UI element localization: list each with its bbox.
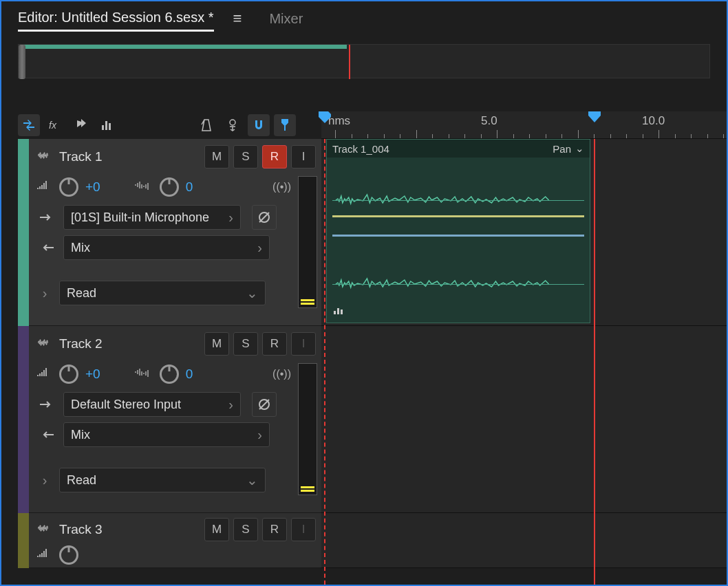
- svg-text:fx: fx: [49, 120, 57, 131]
- output-select[interactable]: Mix›: [63, 422, 270, 447]
- pan-icon: [135, 180, 153, 194]
- monitor-icon[interactable]: ((•)): [272, 181, 291, 193]
- monitor-input-button[interactable]: I: [291, 332, 316, 356]
- track-level-meter: [298, 363, 317, 495]
- track-header: Track 3 M S R I: [29, 513, 321, 568]
- panel-tabs: Editor: Untitled Session 6.sesx * ≡ Mixe…: [1, 1, 727, 36]
- svg-rect-1: [102, 125, 104, 130]
- waveform-icon: [37, 150, 52, 164]
- pan-value[interactable]: 0: [186, 180, 193, 195]
- svg-rect-9: [341, 310, 343, 314]
- ruler-unit-label: hms: [328, 114, 350, 128]
- input-arrow-icon: [37, 213, 56, 221]
- volume-knob[interactable]: [59, 545, 78, 565]
- track-header: Track 2 M S R I +0 0 ((•)): [29, 326, 321, 513]
- mute-button[interactable]: M: [204, 332, 229, 356]
- metronome-icon[interactable]: [195, 114, 217, 136]
- clip-bars-icon: [334, 305, 345, 317]
- monitor-icon[interactable]: ((•)): [272, 368, 291, 380]
- automation-mode-select[interactable]: Read⌄: [59, 281, 266, 305]
- svg-point-4: [230, 120, 235, 125]
- automation-mode-select[interactable]: Read⌄: [59, 468, 266, 492]
- volume-value[interactable]: +0: [85, 367, 100, 382]
- waveform-icon: [37, 523, 52, 536]
- clip-name: Track 1_004: [332, 143, 389, 155]
- track-level-meter: [298, 176, 317, 308]
- track-name[interactable]: Track 2: [59, 336, 197, 351]
- solo-button[interactable]: S: [233, 332, 258, 356]
- clip-envelope-label[interactable]: Pan: [553, 143, 571, 155]
- phase-invert-button[interactable]: [252, 392, 277, 417]
- snap-icon[interactable]: [248, 114, 270, 136]
- svg-rect-8: [337, 308, 339, 314]
- monitor-input-button[interactable]: I: [291, 518, 316, 541]
- phase-invert-button[interactable]: [252, 205, 277, 230]
- waveform-icon: [37, 337, 52, 351]
- arm-record-button[interactable]: R: [262, 518, 287, 541]
- timeline-overview[interactable]: [18, 44, 710, 78]
- output-select[interactable]: Mix›: [63, 235, 270, 260]
- chevron-right-icon: ›: [257, 427, 262, 443]
- inputs-outputs-icon[interactable]: [18, 114, 40, 136]
- eq-icon[interactable]: [96, 114, 118, 136]
- fx-icon[interactable]: fx: [44, 114, 66, 136]
- solo-button[interactable]: S: [233, 518, 258, 541]
- automation-label: Read: [67, 473, 96, 488]
- playhead-line[interactable]: [594, 139, 595, 585]
- sends-icon[interactable]: [70, 114, 92, 136]
- chevron-right-icon: ›: [228, 210, 233, 226]
- pan-envelope-line[interactable]: [332, 235, 584, 237]
- automation-label: Read: [67, 286, 96, 301]
- output-label: Mix: [71, 428, 90, 442]
- input-arrow-icon: [37, 400, 56, 409]
- track-color-bar[interactable]: [18, 139, 29, 326]
- volume-knob[interactable]: [59, 365, 78, 384]
- auto-scroll-icon[interactable]: [222, 114, 244, 136]
- pan-knob[interactable]: [160, 177, 179, 197]
- expand-automation-icon[interactable]: ›: [37, 473, 52, 488]
- clip-header[interactable]: Track 1_004 Pan ⌄: [327, 140, 590, 158]
- chevron-right-icon: ›: [228, 397, 233, 413]
- time-ruler[interactable]: hms 5.0 10.0 for(let i=0;i<26;i++)docume…: [321, 111, 727, 139]
- panel-menu-icon[interactable]: ≡: [233, 10, 242, 28]
- tab-mixer[interactable]: Mixer: [269, 7, 303, 31]
- solo-button[interactable]: S: [233, 145, 258, 169]
- input-label: Default Stereo Input: [71, 398, 181, 412]
- overview-zoom-handle[interactable]: [19, 45, 25, 79]
- pan-knob[interactable]: [160, 365, 179, 384]
- audio-clip[interactable]: Track 1_004 Pan ⌄: [326, 139, 590, 323]
- waveform-lower: [332, 257, 584, 312]
- track-lane[interactable]: [321, 326, 727, 513]
- volume-icon: [37, 367, 52, 382]
- playhead-tool-icon[interactable]: [274, 114, 296, 136]
- mute-button[interactable]: M: [204, 518, 229, 541]
- volume-envelope-line[interactable]: [332, 215, 584, 217]
- input-select[interactable]: [01S] Built-in Microphone›: [63, 205, 241, 230]
- mute-button[interactable]: M: [204, 145, 229, 169]
- volume-value[interactable]: +0: [85, 180, 100, 195]
- svg-rect-7: [334, 311, 336, 314]
- pan-icon: [135, 367, 153, 381]
- chevron-right-icon: ›: [257, 240, 262, 256]
- track-name[interactable]: Track 1: [59, 149, 197, 164]
- pan-value[interactable]: 0: [186, 367, 193, 382]
- volume-icon: [37, 547, 52, 563]
- volume-knob[interactable]: [59, 177, 78, 197]
- tab-editor[interactable]: Editor: Untitled Session 6.sesx *: [18, 6, 214, 32]
- track-lane[interactable]: Track 1_004 Pan ⌄: [321, 139, 727, 326]
- track-name[interactable]: Track 3: [59, 522, 197, 537]
- overview-playhead[interactable]: [349, 45, 350, 79]
- waveform-upper: [332, 173, 584, 228]
- track-color-bar[interactable]: [18, 326, 29, 513]
- arm-record-button[interactable]: R: [262, 145, 287, 169]
- expand-automation-icon[interactable]: ›: [37, 285, 52, 301]
- monitor-input-button[interactable]: I: [291, 145, 316, 169]
- playhead-marker[interactable]: [588, 111, 601, 124]
- arm-record-button[interactable]: R: [262, 332, 287, 356]
- track-header: Track 1 M S R I +0 0 ((•)): [29, 139, 321, 326]
- track-color-bar[interactable]: [18, 513, 29, 568]
- input-select[interactable]: Default Stereo Input›: [63, 392, 241, 417]
- chevron-down-icon[interactable]: ⌄: [575, 142, 584, 155]
- in-point-marker[interactable]: [319, 111, 331, 124]
- track-lane[interactable]: [321, 513, 727, 568]
